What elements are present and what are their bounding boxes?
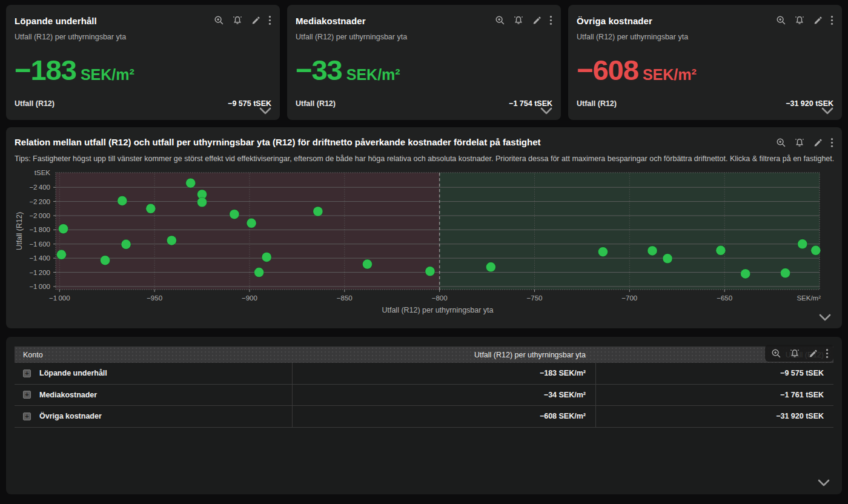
row-konto-label: Mediakostnader [39,391,97,399]
scatter-chart-card: Relation mellan utfall (R12) och utfall … [6,127,842,328]
table-row[interactable]: + Övriga kostnader −608 SEK/m² −31 920 t… [15,406,833,428]
kpi-value: −608SEK/m² [577,53,697,87]
zoom-in-icon[interactable] [214,15,224,25]
svg-text:−850: −850 [337,294,353,302]
row-per-yta-value: −183 SEK/m² [292,363,595,384]
edit-pencil-icon[interactable] [813,16,823,25]
svg-text:tSEK: tSEK [35,169,51,176]
card-toolbar [495,15,552,25]
kpi-footer-label: Utfall (R12) [296,99,336,108]
edit-pencil-icon[interactable] [532,16,542,25]
svg-text:Utfall (R12): Utfall (R12) [15,212,24,250]
column-header-per-yta[interactable]: Utfall (R12) per uthyrningsbar yta [292,346,595,363]
kpi-subtitle: Utfall (R12) per uthyrningsbar yta [15,33,271,41]
kpi-unit: SEK/m² [81,66,134,83]
svg-text:−950: −950 [147,294,162,302]
svg-text:−2 200: −2 200 [29,198,50,205]
kpi-row: Löpande underhåll Utfall (R12) per uthyr… [6,5,842,120]
scatter-plot[interactable]: −2 400−2 200−2 000−1 800−1 600−1 400−1 2… [6,127,842,328]
kpi-footer-label: Utfall (R12) [577,99,617,108]
svg-text:Utfall (R12) per uthyrningsbar: Utfall (R12) per uthyrningsbar yta [382,306,493,314]
kebab-menu-icon[interactable] [826,348,829,359]
svg-text:−700: −700 [621,294,637,302]
kpi-unit: SEK/m² [643,66,697,83]
row-utfall-value: −9 575 tSEK [595,363,833,384]
chevron-down-icon[interactable] [817,479,831,490]
kpi-card-lopande-underhall: Löpande underhåll Utfall (R12) per uthyr… [6,5,280,120]
svg-text:−1 800: −1 800 [29,226,50,233]
alarm-bell-icon[interactable] [794,15,805,25]
svg-text:SEK/m²: SEK/m² [797,294,821,302]
kebab-menu-icon[interactable] [268,15,271,25]
zoom-in-icon[interactable] [495,15,505,25]
alarm-bell-icon[interactable] [789,348,800,359]
svg-text:−1 000: −1 000 [49,294,70,302]
svg-text:−2 400: −2 400 [29,184,50,191]
kpi-number: −183 [15,54,76,86]
zoom-in-icon[interactable] [776,15,786,25]
kpi-number: −33 [296,54,342,86]
alarm-bell-icon[interactable] [513,15,524,25]
svg-text:−2 000: −2 000 [29,212,50,219]
svg-text:−1 400: −1 400 [29,254,50,262]
card-toolbar [765,345,833,362]
row-per-yta-value: −34 SEK/m² [292,385,595,406]
row-konto-label: Löpande underhåll [39,369,107,377]
column-header-konto[interactable]: Konto [15,346,292,363]
svg-text:−1 600: −1 600 [29,240,50,248]
chevron-down-icon[interactable] [820,107,835,118]
kpi-subtitle: Utfall (R12) per uthyrningsbar yta [296,33,552,41]
row-konto-label: Övriga kostnader [39,412,102,420]
kpi-value: −33SEK/m² [296,53,400,87]
edit-pencil-icon[interactable] [808,349,818,359]
table-header-row: Konto Utfall (R12) per uthyrningsbar yta… [15,346,833,363]
kpi-footer-label: Utfall (R12) [15,99,55,108]
kpi-value: −183SEK/m² [15,53,134,87]
chevron-down-icon[interactable] [258,107,273,118]
chevron-down-icon[interactable] [818,313,832,325]
expand-plus-icon[interactable]: + [23,370,31,377]
svg-text:−900: −900 [242,294,257,302]
kpi-number: −608 [577,54,638,86]
row-utfall-value: −31 920 tSEK [595,406,833,427]
kpi-footer: Utfall (R12) −1 754 tSEK [296,99,552,108]
row-utfall-value: −1 761 tSEK [595,385,833,406]
svg-text:−650: −650 [717,294,732,302]
kpi-card-mediakostnader: Mediakostnader Utfall (R12) per uthyrnin… [287,5,561,120]
card-toolbar [776,15,833,25]
card-toolbar [214,15,271,25]
kebab-menu-icon[interactable] [830,15,833,25]
accounts-table-card: Konto Utfall (R12) per uthyrningsbar yta… [6,337,842,494]
kpi-subtitle: Utfall (R12) per uthyrningsbar yta [577,33,833,41]
kpi-footer: Utfall (R12) −31 920 tSEK [577,99,833,108]
kebab-menu-icon[interactable] [549,15,552,25]
svg-text:−800: −800 [432,294,448,302]
accounts-table: Konto Utfall (R12) per uthyrningsbar yta… [15,346,833,428]
kpi-footer: Utfall (R12) −9 575 tSEK [15,99,271,108]
svg-text:−1 000: −1 000 [29,283,50,290]
expand-plus-icon[interactable]: + [23,391,31,399]
expand-plus-icon[interactable]: + [23,413,31,420]
alarm-bell-icon[interactable] [232,15,243,25]
kpi-unit: SEK/m² [346,66,400,83]
kpi-card-ovriga-kostnader: Övriga kostnader Utfall (R12) per uthyrn… [568,5,842,120]
table-row[interactable]: + Löpande underhåll −183 SEK/m² −9 575 t… [15,363,833,385]
row-per-yta-value: −608 SEK/m² [292,406,595,427]
edit-pencil-icon[interactable] [251,16,260,25]
zoom-in-icon[interactable] [771,348,781,359]
svg-text:−1 200: −1 200 [29,269,50,276]
table-row[interactable]: + Mediakostnader −34 SEK/m² −1 761 tSEK [15,385,833,406]
svg-text:−750: −750 [527,294,543,302]
chevron-down-icon[interactable] [539,107,554,118]
